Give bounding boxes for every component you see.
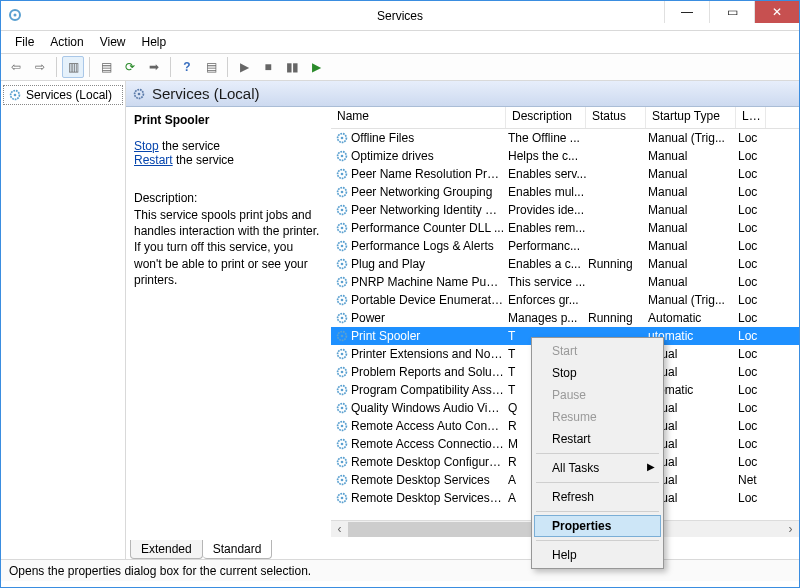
service-row[interactable]: Performance Counter DLL ...Enables rem..… (331, 219, 799, 237)
gear-icon (335, 275, 349, 289)
stop-service-link[interactable]: Stop (134, 139, 159, 153)
col-startup-type[interactable]: Startup Type (646, 107, 736, 128)
show-hide-tree-button[interactable]: ▥ (62, 56, 84, 78)
col-name[interactable]: Name (331, 107, 506, 128)
svg-point-17 (341, 227, 344, 230)
selected-service-name: Print Spooler (134, 113, 323, 127)
svg-point-1 (14, 14, 17, 17)
cm-refresh[interactable]: Refresh (534, 486, 661, 508)
refresh-button[interactable]: ⟳ (119, 56, 141, 78)
svg-point-23 (341, 281, 344, 284)
cell-startup: Manual (648, 149, 738, 163)
view-tabs: Extended Standard (126, 537, 799, 559)
play-icon[interactable]: ▶ (233, 56, 255, 78)
cell-status: Running (588, 257, 648, 271)
statusbar: Opens the properties dialog box for the … (1, 559, 799, 581)
submenu-arrow-icon: ▶ (647, 461, 655, 472)
cell-description: Performanc... (508, 239, 588, 253)
service-row[interactable]: Plug and PlayEnables a c...RunningManual… (331, 255, 799, 273)
cell-logon: Loc (738, 131, 768, 145)
menu-help[interactable]: Help (134, 33, 175, 51)
tree-pane: Services (Local) (1, 81, 126, 559)
service-row[interactable]: Portable Device Enumerator...Enforces gr… (331, 291, 799, 309)
cell-name: Plug and Play (351, 257, 508, 271)
gear-icon (335, 131, 349, 145)
cm-help[interactable]: Help (534, 544, 661, 566)
cm-restart[interactable]: Restart (534, 428, 661, 450)
service-row[interactable]: Peer Name Resolution Prot...Enables serv… (331, 165, 799, 183)
back-button[interactable]: ⇦ (5, 56, 27, 78)
action-pane-button[interactable]: ▤ (200, 56, 222, 78)
service-row[interactable]: Peer Networking GroupingEnables mul...Ma… (331, 183, 799, 201)
restart-icon[interactable]: ▶ (305, 56, 327, 78)
menubar: File Action View Help (1, 31, 799, 53)
menu-action[interactable]: Action (42, 33, 91, 51)
cm-properties[interactable]: Properties (534, 515, 661, 537)
service-row[interactable]: Peer Networking Identity M...Provides id… (331, 201, 799, 219)
cell-description: Enables a c... (508, 257, 588, 271)
minimize-button[interactable]: — (664, 1, 709, 23)
content-split: Print Spooler Stop the service Restart t… (126, 107, 799, 537)
gear-icon (335, 167, 349, 181)
separator (227, 57, 228, 77)
col-description[interactable]: Description (506, 107, 586, 128)
service-row[interactable]: PowerManages p...RunningAutomaticLoc (331, 309, 799, 327)
col-status[interactable]: Status (586, 107, 646, 128)
menu-view[interactable]: View (92, 33, 134, 51)
tab-extended[interactable]: Extended (130, 540, 203, 559)
cell-name: Optimize drives (351, 149, 508, 163)
stop-icon[interactable]: ■ (257, 56, 279, 78)
cm-all-tasks[interactable]: All Tasks ▶ (534, 457, 661, 479)
restart-service-line: Restart the service (134, 153, 323, 167)
gear-icon (335, 257, 349, 271)
cell-logon: Loc (738, 293, 768, 307)
gear-icon (335, 455, 349, 469)
svg-point-7 (341, 137, 344, 140)
pause-icon[interactable]: ▮▮ (281, 56, 303, 78)
cell-logon: Loc (738, 437, 768, 451)
description-text: This service spools print jobs and handl… (134, 207, 323, 288)
cell-logon: Loc (738, 491, 768, 505)
gear-icon (335, 419, 349, 433)
separator (170, 57, 171, 77)
stop-rest: the service (159, 139, 220, 153)
svg-point-27 (341, 317, 344, 320)
export-button[interactable]: ➡ (143, 56, 165, 78)
svg-point-19 (341, 245, 344, 248)
service-row[interactable]: Optimize drivesHelps the c...ManualLoc (331, 147, 799, 165)
tree-root-services-local[interactable]: Services (Local) (3, 85, 123, 105)
restart-service-link[interactable]: Restart (134, 153, 173, 167)
cm-all-tasks-label: All Tasks (552, 461, 599, 475)
cell-startup: Manual (648, 203, 738, 217)
svg-point-47 (341, 497, 344, 500)
svg-point-31 (341, 353, 344, 356)
scroll-right-icon[interactable]: › (782, 521, 799, 538)
scroll-left-icon[interactable]: ‹ (331, 521, 348, 538)
cell-name: Performance Logs & Alerts (351, 239, 508, 253)
maximize-button[interactable]: ▭ (709, 1, 754, 23)
help-button[interactable]: ? (176, 56, 198, 78)
service-row[interactable]: Performance Logs & AlertsPerformanc...Ma… (331, 237, 799, 255)
restart-rest: the service (173, 153, 234, 167)
separator (536, 540, 659, 541)
gear-icon (335, 383, 349, 397)
cm-stop[interactable]: Stop (534, 362, 661, 384)
menu-file[interactable]: File (7, 33, 42, 51)
cell-name: Print Spooler (351, 329, 508, 343)
svg-point-21 (341, 263, 344, 266)
cell-startup: Manual (648, 257, 738, 271)
cell-name: PNRP Machine Name Publi... (351, 275, 508, 289)
forward-button[interactable]: ⇨ (29, 56, 51, 78)
col-logon[interactable]: Log (736, 107, 766, 128)
cell-startup: Manual (648, 185, 738, 199)
cell-description: Helps the c... (508, 149, 588, 163)
close-button[interactable]: ✕ (754, 1, 799, 23)
cell-name: Quality Windows Audio Vid... (351, 401, 508, 415)
service-row[interactable]: Offline FilesThe Offline ...Manual (Trig… (331, 129, 799, 147)
tab-standard[interactable]: Standard (203, 540, 273, 559)
gear-icon (335, 293, 349, 307)
cell-description: Enables serv... (508, 167, 588, 181)
cell-status: Running (588, 311, 648, 325)
properties-button[interactable]: ▤ (95, 56, 117, 78)
service-row[interactable]: PNRP Machine Name Publi...This service .… (331, 273, 799, 291)
